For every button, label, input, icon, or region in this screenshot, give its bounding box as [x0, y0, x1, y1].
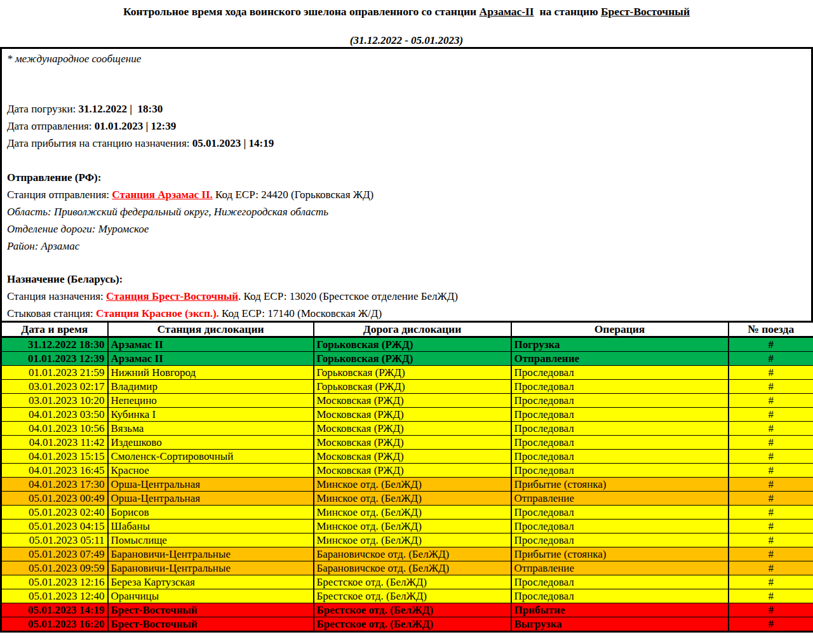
- arrival-date-value: 05.01.2023 | 14:19: [192, 137, 274, 149]
- cell-operation: Отправление: [511, 561, 729, 575]
- cell-train-number: #: [729, 603, 813, 617]
- table-row: 05.01.2023 12:40ОранчицыБрестское отд. (…: [1, 589, 813, 603]
- cell-operation: Проследовал: [511, 366, 729, 380]
- cell-train-number: #: [729, 478, 813, 492]
- departure-heading: Отправление (РФ):: [7, 169, 806, 186]
- cell-road: Горьковская (РЖД): [314, 337, 511, 352]
- junction-station-label: Стыковая станция:: [7, 307, 96, 319]
- cell-road: Минское отд. (БелЖД): [314, 492, 511, 506]
- departure-date-line: Дата отправления: 01.01.2023 | 12:39: [7, 117, 806, 135]
- cell-train-number: #: [729, 506, 813, 520]
- cell-train-number: #: [729, 492, 813, 506]
- departure-station-line: Станция отправления: Станция Арзамас II.…: [7, 186, 806, 203]
- cell-datetime: 05.01.2023 07:49: [1, 547, 108, 561]
- table-row: 05.01.2023 14:19Брест-ВосточныйБрестское…: [1, 603, 813, 617]
- cell-operation: Прибытие: [511, 603, 729, 617]
- cell-datetime: 04.01.2023 03:50: [1, 408, 108, 422]
- cell-datetime: 05.01.2023 12:40: [1, 589, 108, 603]
- cell-station: Борисов: [108, 506, 314, 520]
- cell-road: Московская (РЖД): [314, 464, 511, 478]
- cell-datetime: 04.01.2023 16:45: [1, 464, 108, 478]
- departure-region-line: Область: Приволжский федеральный округ, …: [7, 203, 806, 220]
- table-row: 05.01.2023 07:49Барановичи-ЦентральныеБа…: [1, 547, 813, 561]
- cell-datetime: 04.01.2023 11:42: [1, 436, 108, 450]
- cell-station: Арзамас II: [108, 352, 314, 366]
- cell-datetime: 05.01.2023 02:40: [1, 506, 108, 520]
- cell-train-number: #: [729, 337, 813, 352]
- departure-division-line: Отделение дороги: Муромское: [7, 220, 806, 238]
- cell-operation: Прибытие (стоянка): [511, 478, 729, 492]
- table-row: 31.12.2022 18:30Арзамас IIГорьковская (Р…: [1, 337, 813, 352]
- cell-road: Московская (РЖД): [314, 408, 511, 422]
- table-row: 04.01.2023 17:30Орша-ЦентральнаяМинское …: [1, 478, 813, 492]
- page-title: Контрольное время хода воинского эшелона…: [0, 0, 813, 18]
- cell-station: Владимир: [108, 380, 314, 394]
- cell-operation: Отправление: [511, 492, 729, 506]
- info-box: * международное сообщение Дата погрузки:…: [0, 47, 813, 321]
- cell-datetime: 04.01.2023 17:30: [1, 478, 108, 492]
- cell-station: Шабаны: [108, 520, 314, 533]
- cell-datetime: 05.01.2023 09:59: [1, 561, 108, 575]
- loading-date-value: 31.12.2022 | 18:30: [79, 103, 163, 115]
- table-row: 04.01.2023 11:42ИздешковоМосковская (РЖД…: [1, 436, 813, 450]
- cell-station: Барановичи-Центральные: [108, 547, 314, 561]
- route-table-head: Дата и время Станция дислокации Дорога д…: [1, 322, 813, 337]
- cell-operation: Отправление: [511, 352, 729, 366]
- cell-road: Московская (РЖД): [314, 394, 511, 408]
- cell-station: Помыслище: [108, 533, 314, 547]
- cell-operation: Проследовал: [511, 506, 729, 520]
- cell-train-number: #: [729, 575, 813, 589]
- departure-station-rest: Код ЕСР: 24420 (Горьковская ЖД): [213, 189, 373, 201]
- cell-datetime: 05.01.2023 12:16: [1, 575, 108, 589]
- route-table: Дата и время Станция дислокации Дорога д…: [0, 321, 813, 633]
- date-range-subtitle: (31.12.2022 - 05.01.2023): [0, 34, 813, 47]
- header-datetime: Дата и время: [1, 322, 108, 337]
- cell-station: Брест-Восточный: [108, 603, 314, 617]
- header-station: Станция дислокации: [108, 322, 314, 337]
- destination-station-line: Станция назначения: Станция Брест-Восточ…: [7, 288, 806, 305]
- departure-station-link: Станция Арзамас II.: [112, 189, 212, 201]
- arrival-date-line: Дата прибытия на станцию назначения: 05.…: [7, 135, 806, 152]
- destination-heading: Назначение (Беларусь):: [7, 271, 806, 288]
- cell-road: Горьковская (РЖД): [314, 352, 511, 366]
- cell-operation: Проследовал: [511, 464, 729, 478]
- destination-station-rest: . Код ЕСР: 13020 (Брестское отделение Бе…: [238, 290, 458, 302]
- cell-train-number: #: [729, 533, 813, 547]
- junction-station-rest: Код ЕСР: 17140 (Московская Ж/Д): [219, 307, 382, 319]
- table-row: 04.01.2023 16:45КрасноеМосковская (РЖД)П…: [1, 464, 813, 478]
- cell-station: Кубинка I: [108, 408, 314, 422]
- cell-road: Брестское отд. (БелЖД): [314, 617, 511, 632]
- table-row: 05.01.2023 12:16Береза КартузскаяБрестск…: [1, 575, 813, 589]
- cell-train-number: #: [729, 464, 813, 478]
- international-note: * международное сообщение: [7, 51, 806, 67]
- cell-train-number: #: [729, 394, 813, 408]
- cell-road: Брестское отд. (БелЖД): [314, 575, 511, 589]
- table-row: 05.01.2023 04:15ШабаныМинское отд. (БелЖ…: [1, 520, 813, 533]
- cell-operation: Проследовал: [511, 408, 729, 422]
- table-row: 05.01.2023 02:40БорисовМинское отд. (Бел…: [1, 506, 813, 520]
- cell-datetime: 05.01.2023 16:20: [1, 617, 108, 632]
- cell-road: Московская (РЖД): [314, 436, 511, 450]
- cell-train-number: #: [729, 408, 813, 422]
- cell-train-number: #: [729, 436, 813, 450]
- cell-train-number: #: [729, 450, 813, 464]
- cell-train-number: #: [729, 352, 813, 366]
- loading-date-line: Дата погрузки: 31.12.2022 | 18:30: [7, 100, 806, 117]
- cell-road: Горьковская (РЖД): [314, 366, 511, 380]
- cell-road: Брестское отд. (БелЖД): [314, 589, 511, 603]
- table-row: 01.01.2023 12:39Арзамас IIГорьковская (Р…: [1, 352, 813, 366]
- destination-station-link: Станция Брест-Восточный: [106, 290, 238, 302]
- table-row: 05.01.2023 05:11ПомыслищеМинское отд. (Б…: [1, 533, 813, 547]
- departure-station-label: Станция отправления:: [7, 189, 112, 201]
- cell-datetime: 01.01.2023 12:39: [1, 352, 108, 366]
- table-row: 01.01.2023 21:59Нижний НовгородГорьковск…: [1, 366, 813, 380]
- cell-datetime: 01.01.2023 21:59: [1, 366, 108, 380]
- destination-station-label: Станция назначения:: [7, 290, 106, 302]
- table-row: 03.01.2023 10:20НепециноМосковская (РЖД)…: [1, 394, 813, 408]
- cell-train-number: #: [729, 422, 813, 436]
- cell-datetime: 05.01.2023 05:11: [1, 533, 108, 547]
- route-table-body: 31.12.2022 18:30Арзамас IIГорьковская (Р…: [1, 337, 813, 632]
- cell-operation: Проследовал: [511, 575, 729, 589]
- cell-station: Орша-Центральная: [108, 478, 314, 492]
- cell-datetime: 03.01.2023 10:20: [1, 394, 108, 408]
